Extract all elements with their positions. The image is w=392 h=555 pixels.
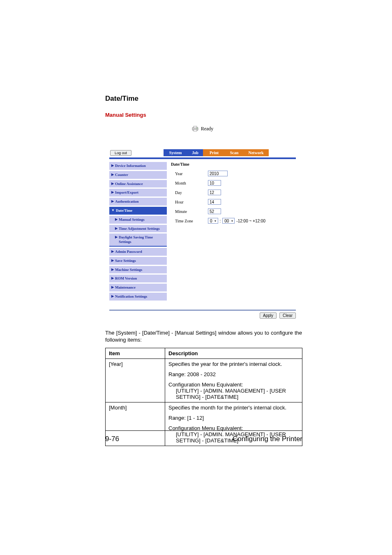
cfg-label: Configuration Menu Equivalent: — [168, 382, 243, 388]
heading-date-time: Date/Time — [105, 95, 302, 103]
tab-system[interactable]: System — [164, 149, 187, 156]
svg-rect-2 — [194, 130, 197, 131]
year-label: Year — [171, 171, 208, 176]
timezone-minute-select[interactable]: 00 ▼ — [222, 218, 235, 224]
logout-button[interactable]: Log out — [110, 150, 131, 156]
triangle-right-icon: ▶ — [115, 217, 118, 222]
sidebar: ▶Device Information ▶Counter ▶Online Ass… — [109, 162, 167, 302]
triangle-right-icon: ▶ — [111, 276, 114, 280]
tab-underline — [109, 157, 296, 159]
tab-network[interactable]: Network — [243, 149, 269, 156]
sidebar-label: Counter — [115, 173, 128, 177]
page-footer: 9-76 Configuring the Printer — [105, 430, 302, 443]
chevron-down-icon: ▼ — [231, 220, 233, 222]
svg-rect-1 — [194, 126, 197, 128]
sidebar-item-dst[interactable]: ▶Daylight Saving Time Settings — [109, 234, 167, 247]
sidebar-label: Date/Time — [116, 208, 132, 213]
topbar: Log out System Job Print Scan Network — [105, 149, 300, 157]
sidebar-label: Save Settings — [115, 259, 136, 263]
triangle-right-icon: ▶ — [111, 250, 114, 254]
tab-job[interactable]: Job — [187, 149, 203, 156]
timezone-hour-select[interactable]: 0 ▼ — [208, 218, 218, 224]
triangle-right-icon: ▶ — [111, 199, 114, 204]
cell-item: [Year] — [106, 358, 165, 402]
clear-button[interactable]: Clear — [279, 312, 296, 319]
heading-manual-settings: Manual Settings — [105, 112, 302, 118]
cell-description: Specifies the year for the printer's int… — [165, 358, 302, 402]
printer-icon — [192, 126, 198, 132]
sidebar-label: Admin Password — [115, 250, 142, 254]
sidebar-item-device-info[interactable]: ▶Device Information — [109, 162, 167, 170]
sidebar-label: Manual Settings — [119, 217, 145, 222]
sidebar-item-machine-settings[interactable]: ▶Machine Settings — [109, 266, 167, 274]
apply-button[interactable]: Apply — [260, 312, 277, 319]
tab-print[interactable]: Print — [203, 149, 225, 156]
triangle-right-icon: ▶ — [111, 285, 114, 289]
triangle-right-icon: ▶ — [115, 235, 118, 239]
desc-range: Range: [1 - 12] — [168, 415, 299, 421]
triangle-right-icon: ▶ — [111, 268, 114, 272]
timezone-hour-value: 0 — [210, 219, 212, 223]
sidebar-label: Import/Export — [115, 190, 138, 195]
th-description: Description — [165, 348, 302, 358]
tab-strip: System Job Print Scan Network — [164, 149, 269, 156]
minute-input[interactable] — [208, 208, 221, 214]
sidebar-label: Notification Settings — [115, 294, 147, 299]
chevron-down-icon: ▼ — [214, 220, 217, 222]
sidebar-label: Maintenance — [115, 285, 136, 290]
sidebar-label: Daylight Saving Time Settings — [119, 235, 165, 244]
sidebar-label: Machine Settings — [115, 268, 142, 272]
desc-line: Specifies the year for the printer's int… — [168, 361, 299, 367]
footer-divider — [109, 310, 296, 311]
sidebar-item-save-settings[interactable]: ▶Save Settings — [109, 257, 167, 265]
sidebar-label: ROM Version — [115, 276, 137, 281]
triangle-down-icon: ▼ — [111, 208, 115, 213]
desc-line: Specifies the month for the printer's in… — [168, 405, 299, 411]
timezone-range-hint: -12:00 ~ +12:00 — [236, 219, 265, 223]
sidebar-item-import-export[interactable]: ▶Import/Export — [109, 189, 167, 197]
sidebar-label: Online Assistance — [115, 182, 143, 186]
sidebar-item-maintenance[interactable]: ▶Maintenance — [109, 284, 167, 291]
desc-range: Range: 2008 - 2032 — [168, 371, 299, 377]
content-panel: Date/Time Year Month Day Hour — [171, 162, 296, 302]
triangle-right-icon: ▶ — [111, 173, 114, 177]
month-input[interactable] — [208, 180, 221, 186]
sidebar-item-rom-version[interactable]: ▶ROM Version — [109, 275, 167, 282]
year-input[interactable] — [208, 171, 228, 176]
status-text: Ready — [201, 126, 214, 132]
triangle-right-icon: ▶ — [111, 164, 114, 168]
sidebar-item-time-adjustment[interactable]: ▶Time Adjustment Settings — [109, 225, 167, 233]
sidebar-item-notification[interactable]: ▶Notification Settings — [109, 293, 167, 301]
hour-label: Hour — [171, 200, 208, 204]
embedded-web-ui: Ready Log out System Job Print Scan Netw… — [105, 125, 300, 319]
timezone-minute-value: 00 — [224, 219, 229, 223]
tab-scan[interactable]: Scan — [225, 149, 243, 156]
triangle-right-icon: ▶ — [111, 190, 114, 194]
day-label: Day — [171, 190, 208, 195]
sidebar-label: Time Adjustment Settings — [119, 227, 160, 231]
page-number: 9-76 — [105, 435, 119, 443]
sidebar-item-online-assistance[interactable]: ▶Online Assistance — [109, 180, 167, 188]
svg-point-3 — [196, 128, 197, 129]
month-label: Month — [171, 181, 208, 185]
table-row: [Year] Specifies the year for the printe… — [106, 358, 302, 402]
timezone-separator: : — [220, 219, 221, 223]
triangle-right-icon: ▶ — [115, 227, 118, 231]
sidebar-item-admin-password[interactable]: ▶Admin Password — [109, 248, 167, 256]
triangle-right-icon: ▶ — [111, 182, 114, 186]
sidebar-item-counter[interactable]: ▶Counter — [109, 171, 167, 179]
sidebar-label: Authentication — [115, 199, 139, 204]
sidebar-item-manual-settings[interactable]: ▶Manual Settings — [109, 216, 167, 224]
hour-input[interactable] — [208, 199, 221, 205]
intro-paragraph: The [System] - [Date/Time] - [Manual Set… — [105, 329, 302, 344]
sidebar-item-date-time[interactable]: ▼Date/Time — [109, 207, 167, 215]
day-input[interactable] — [208, 190, 221, 195]
footer-rule — [105, 430, 302, 431]
sidebar-label: Device Information — [115, 164, 146, 168]
form-section-title: Date/Time — [171, 162, 296, 166]
triangle-right-icon: ▶ — [111, 294, 114, 298]
minute-label: Minute — [171, 209, 208, 214]
triangle-right-icon: ▶ — [111, 259, 114, 263]
sidebar-item-authentication[interactable]: ▶Authentication — [109, 198, 167, 206]
page-section-title: Configuring the Printer — [233, 435, 302, 443]
